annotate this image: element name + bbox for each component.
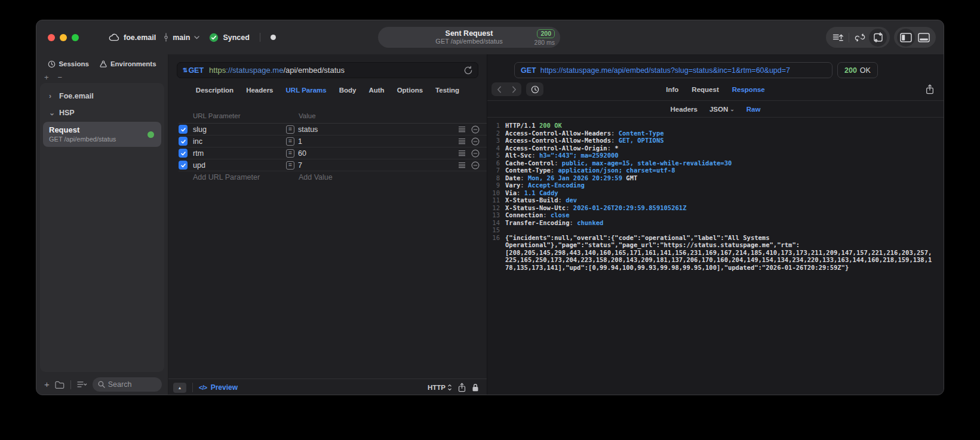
code-line: 6Cache-Control: public, max-age=15, stal…: [491, 159, 935, 167]
param-row-actions: [458, 125, 480, 134]
tab-url-params[interactable]: URL Params: [286, 87, 327, 94]
url-path: /api/embed/status: [283, 66, 345, 75]
request-status-pill[interactable]: Sent Request GET /api/embed/status 200 2…: [378, 27, 560, 48]
row-options-icon[interactable]: [458, 162, 466, 168]
resend-request-icon[interactable]: [464, 66, 472, 75]
merge-sync-icon[interactable]: [851, 29, 869, 47]
sent-url: https://statuspage.me/api/embed/status?s…: [540, 66, 790, 75]
remove-row-icon[interactable]: [471, 161, 480, 170]
import-export-icon[interactable]: [869, 29, 887, 47]
param-checkbox[interactable]: [179, 137, 188, 146]
preview-button[interactable]: </> Preview: [199, 383, 238, 392]
share-icon[interactable]: [458, 383, 466, 392]
add-param-name-placeholder[interactable]: Add URL Parameter: [179, 173, 286, 181]
back-button[interactable]: [491, 86, 506, 93]
response-code[interactable]: 1HTTP/1.1 200 OK2Access-Control-Allow-He…: [487, 118, 944, 395]
params-table-header: URL Parameter Value: [179, 102, 487, 124]
remove-row-icon[interactable]: [471, 125, 480, 134]
list-export-icon[interactable]: [829, 29, 847, 47]
protocol-selector[interactable]: HTTP: [428, 384, 452, 391]
tab-sessions[interactable]: Sessions: [48, 60, 89, 68]
tab-info[interactable]: Info: [666, 86, 678, 93]
remove-item-button[interactable]: −: [58, 75, 63, 81]
param-checkbox[interactable]: [179, 161, 188, 170]
row-options-icon[interactable]: [458, 150, 466, 156]
search-input[interactable]: [108, 380, 156, 389]
line-number: 1: [491, 122, 505, 130]
param-name[interactable]: rtm: [193, 149, 286, 158]
close-window-button[interactable]: [48, 34, 55, 41]
sidebar-search[interactable]: [93, 377, 162, 392]
minimize-window-button[interactable]: [60, 34, 67, 41]
row-options-icon[interactable]: [458, 138, 466, 144]
collapse-panel-button[interactable]: ▲: [173, 383, 186, 393]
tab-auth[interactable]: Auth: [368, 87, 384, 94]
url-bar[interactable]: ⇅ GET https://statuspage.me/api/embed/st…: [177, 62, 478, 78]
project-name[interactable]: foe.email: [124, 33, 156, 42]
history-clock-icon[interactable]: [526, 82, 543, 96]
tab-environments[interactable]: Environments: [99, 60, 156, 68]
param-checkbox[interactable]: [179, 125, 188, 134]
editor-footer: ▲ </> Preview HTTP: [168, 379, 487, 395]
equals-icon: =: [286, 149, 294, 158]
param-name[interactable]: upd: [193, 161, 286, 170]
subtab-headers[interactable]: Headers: [671, 106, 698, 113]
remove-row-icon[interactable]: [471, 149, 480, 158]
param-value[interactable]: 1: [298, 137, 302, 146]
tab-body[interactable]: Body: [339, 87, 357, 94]
remove-row-icon[interactable]: [471, 137, 480, 146]
forward-button[interactable]: [506, 86, 521, 93]
param-value[interactable]: 60: [298, 149, 306, 158]
line-number: 6: [491, 159, 505, 167]
tab-response[interactable]: Response: [732, 86, 765, 93]
tab-request[interactable]: Request: [692, 86, 718, 93]
param-value[interactable]: status: [298, 125, 318, 134]
chevron-down-icon: ⌄: [730, 106, 735, 112]
line-text: Connection: close: [505, 211, 935, 219]
new-folder-icon[interactable]: [55, 381, 64, 389]
tab-headers[interactable]: Headers: [246, 87, 273, 94]
branch-name[interactable]: main: [173, 33, 190, 42]
toggle-sidebar-icon[interactable]: [897, 29, 915, 47]
column-header-name: URL Parameter: [179, 112, 286, 119]
request-url[interactable]: https://statuspage.me/api/embed/status: [209, 66, 464, 75]
add-item-button[interactable]: +: [44, 75, 49, 81]
sidebar-item-request[interactable]: Request GET /api/embed/status: [43, 122, 161, 147]
tab-options[interactable]: Options: [397, 87, 423, 94]
zoom-window-button[interactable]: [72, 34, 79, 41]
chevron-right-icon: ›: [49, 93, 54, 99]
param-checkbox[interactable]: [179, 149, 188, 158]
sent-request-url[interactable]: GET https://statuspage.me/api/embed/stat…: [514, 62, 832, 78]
toggle-bottom-panel-icon[interactable]: [915, 29, 933, 47]
line-text: Transfer-Encoding: chunked: [505, 219, 935, 227]
export-response-icon[interactable]: [926, 84, 934, 94]
lock-icon[interactable]: [472, 383, 479, 392]
line-text: X-Status-Build: dev: [505, 196, 935, 204]
params-rows: slug=statusinc=1rtm=60upd=7: [179, 124, 487, 171]
sidebar-item-foe-email[interactable]: ›Foe.email: [40, 88, 164, 104]
method-selector[interactable]: ⇅ GET: [183, 66, 204, 75]
response-panel: GET https://statuspage.me/api/embed/stat…: [487, 54, 944, 395]
line-number: 7: [491, 167, 505, 174]
param-name[interactable]: inc: [193, 137, 286, 146]
add-param-value-placeholder[interactable]: Add Value: [286, 173, 487, 181]
param-value[interactable]: 7: [298, 161, 302, 170]
subtab-raw[interactable]: Raw: [746, 106, 761, 113]
add-param-row[interactable]: Add URL Parameter Add Value: [179, 171, 487, 183]
param-row-actions: [458, 161, 480, 170]
subtab-json[interactable]: JSON⌄: [709, 106, 735, 113]
param-name[interactable]: slug: [193, 125, 286, 134]
line-text: X-Status-Now-Utc: 2026-01-26T20:29:59.85…: [505, 204, 935, 212]
tab-testing[interactable]: Testing: [435, 87, 459, 94]
code-line: 4Access-Control-Allow-Origin: *: [491, 144, 935, 152]
chevron-down-icon[interactable]: [194, 36, 199, 39]
param-value-cell: =1: [286, 137, 458, 146]
request-editor-panel: ⇅ GET https://statuspage.me/api/embed/st…: [168, 54, 487, 395]
tab-description[interactable]: Description: [196, 87, 234, 94]
new-request-button[interactable]: +: [44, 381, 50, 388]
sidebar-tree-items: ›Foe.email⌄HSP: [40, 88, 164, 121]
line-text: Access-Control-Allow-Methods: GET, OPTIO…: [505, 137, 935, 144]
sidebar-item-hsp[interactable]: ⌄HSP: [40, 104, 164, 121]
display-options-icon[interactable]: [77, 381, 87, 388]
row-options-icon[interactable]: [458, 126, 466, 133]
